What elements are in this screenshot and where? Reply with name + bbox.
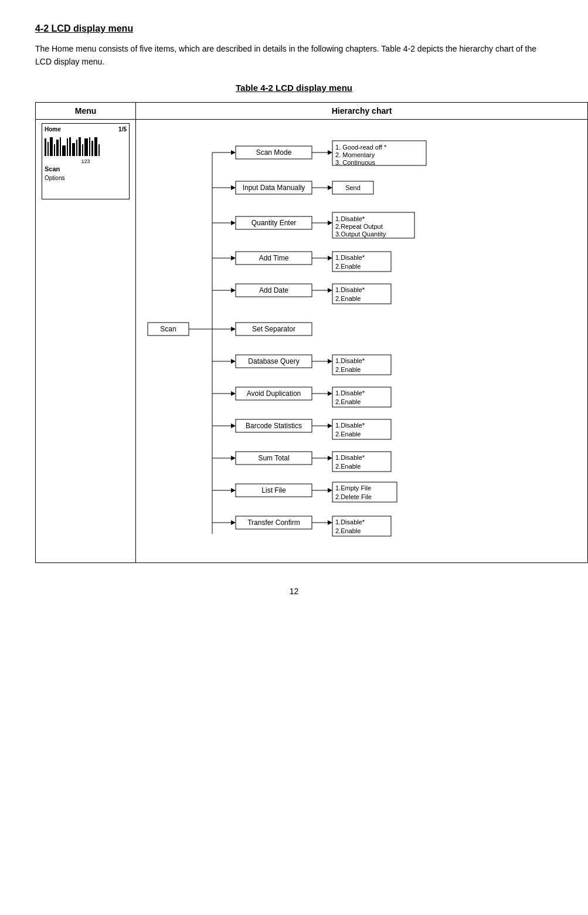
svg-text:1.Empty File: 1.Empty File [335, 484, 371, 492]
svg-text:1.Disable*: 1.Disable* [335, 357, 365, 364]
svg-marker-91 [231, 488, 236, 493]
svg-text:1.Disable*: 1.Disable* [335, 422, 365, 429]
svg-text:3. Continuous: 3. Continuous [335, 159, 375, 166]
svg-marker-23 [231, 221, 236, 225]
svg-text:Send: Send [345, 184, 361, 191]
intro-paragraph: The Home menu consists of five items, wh… [35, 42, 553, 69]
device-header-right: 1/5 [118, 126, 127, 133]
svg-text:2.Enable: 2.Enable [335, 366, 361, 373]
svg-marker-51 [231, 327, 236, 331]
svg-marker-9 [328, 150, 332, 155]
svg-text:1.Disable*: 1.Disable* [335, 518, 365, 526]
svg-text:2.Enable: 2.Enable [335, 295, 361, 302]
svg-text:Scan: Scan [160, 325, 176, 333]
svg-text:1.Disable*: 1.Disable* [335, 286, 365, 293]
svg-text:Input Data Manually: Input Data Manually [243, 184, 305, 192]
svg-text:Sum Total: Sum Total [258, 454, 289, 462]
svg-text:2.Enable: 2.Enable [335, 463, 361, 470]
page-number: 12 [35, 587, 553, 596]
svg-marker-55 [231, 359, 236, 364]
table-header-hierarchy: Hierarchy chart [136, 102, 588, 119]
device-header: Home 1/5 [45, 126, 127, 133]
svg-marker-46 [328, 288, 332, 293]
device-header-left: Home [45, 126, 61, 133]
svg-text:Database Query: Database Query [248, 357, 299, 365]
svg-text:1.Disable*: 1.Disable* [335, 254, 365, 261]
barcode-number: 123 [45, 158, 127, 164]
svg-text:2.Enable: 2.Enable [335, 527, 361, 534]
svg-text:2.Enable: 2.Enable [335, 431, 361, 438]
svg-marker-27 [328, 221, 332, 225]
svg-text:Barcode Statistics: Barcode Statistics [246, 422, 302, 430]
svg-marker-100 [231, 520, 236, 525]
svg-text:Add Time: Add Time [259, 254, 289, 262]
svg-text:3.Output Quantity: 3.Output Quantity [335, 231, 386, 238]
svg-text:Quantity Enter: Quantity Enter [251, 219, 297, 227]
svg-text:Transfer Confirm: Transfer Confirm [247, 518, 300, 527]
svg-marker-73 [231, 423, 236, 428]
lcd-menu-table: Menu Hierarchy chart Home 1/5 [35, 102, 588, 563]
svg-marker-42 [231, 288, 236, 293]
svg-marker-64 [231, 391, 236, 396]
svg-text:Scan Mode: Scan Mode [256, 148, 292, 157]
svg-text:2.Enable: 2.Enable [335, 398, 361, 405]
table-header-menu: Menu [36, 102, 136, 119]
hierarchy-cell: Scan [136, 119, 588, 562]
svg-text:2.Repeat Output: 2.Repeat Output [335, 223, 383, 230]
svg-text:1.Disable*: 1.Disable* [335, 215, 365, 222]
menu-cell: Home 1/5 [36, 119, 136, 562]
svg-text:List File: List File [261, 486, 286, 494]
options-label: Options [45, 175, 127, 181]
svg-marker-37 [328, 256, 332, 260]
svg-text:1. Good-read off *: 1. Good-read off * [335, 144, 387, 151]
svg-marker-82 [231, 456, 236, 460]
svg-marker-59 [328, 359, 332, 364]
svg-marker-95 [328, 488, 332, 493]
svg-marker-86 [328, 456, 332, 460]
barcode-display [45, 135, 127, 156]
table-title: Table 4-2 LCD display menu [35, 83, 553, 93]
svg-text:2.Enable: 2.Enable [335, 263, 361, 270]
device-mockup: Home 1/5 [42, 123, 130, 199]
svg-marker-19 [328, 185, 332, 190]
svg-marker-15 [231, 185, 236, 190]
svg-text:2.Delete File: 2.Delete File [335, 493, 372, 500]
svg-text:2. Momentary: 2. Momentary [335, 151, 375, 158]
svg-text:Add Date: Add Date [259, 286, 288, 294]
section-title: 4-2 LCD display menu [35, 23, 553, 34]
svg-text:1.Disable*: 1.Disable* [335, 454, 365, 461]
svg-marker-104 [328, 520, 332, 525]
svg-marker-77 [328, 423, 332, 428]
svg-text:1.Disable*: 1.Disable* [335, 389, 365, 396]
svg-marker-68 [328, 391, 332, 396]
svg-marker-5 [231, 150, 236, 155]
svg-marker-33 [231, 256, 236, 260]
hierarchy-diagram: Scan [142, 123, 582, 559]
svg-text:Set Separator: Set Separator [252, 325, 295, 333]
scan-label: Scan [45, 165, 127, 172]
svg-text:Avoid Duplication: Avoid Duplication [247, 389, 301, 398]
